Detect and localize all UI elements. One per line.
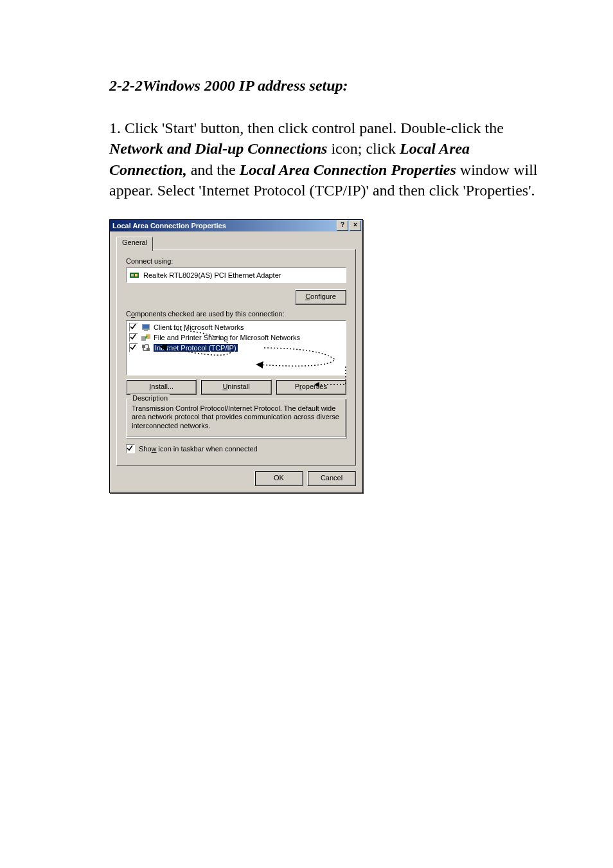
components-label: Components checked are used by this conn… (126, 310, 346, 318)
svg-rect-6 (141, 336, 146, 341)
uninstall-button[interactable]: Uninstall (200, 379, 271, 395)
description-group: Description Transmission Control Protoco… (126, 399, 346, 438)
svg-rect-8 (142, 345, 145, 348)
client-icon (141, 322, 151, 332)
description-text: Transmission Control Protocol/Internet P… (132, 404, 341, 431)
instruction-paragraph: 1. Click 'Start' button, then click cont… (109, 118, 544, 201)
adapter-field: Realtek RTL8029(AS) PCI Ethernet Adapter (126, 267, 346, 283)
checkbox[interactable] (129, 323, 138, 332)
list-item-label: File and Printer Sharing for Microsoft N… (154, 334, 300, 341)
connect-using-label: Connect using: (126, 257, 346, 265)
share-icon (141, 332, 151, 343)
list-item[interactable]: Client for Microsoft Networks (128, 322, 344, 332)
list-item-label: Internet Protocol (TCP/IP) (154, 344, 238, 352)
install-button[interactable]: Install... (126, 379, 197, 395)
show-icon-label: Show icon in taskbar when connected (139, 445, 258, 453)
nic-icon (129, 270, 139, 280)
svg-rect-5 (144, 330, 148, 331)
titlebar-title: Local Area Connection Properties (112, 222, 335, 230)
properties-button[interactable]: Properties (276, 379, 346, 395)
adapter-name: Realtek RTL8029(AS) PCI Ethernet Adapter (143, 271, 281, 279)
list-item[interactable]: Internet Protocol (TCP/IP) (128, 343, 344, 353)
svg-rect-1 (131, 274, 134, 276)
cancel-button[interactable]: Cancel (307, 471, 356, 486)
tab-panel-general: Connect using: Realtek RTL8029(AS) PCI E… (116, 249, 356, 466)
titlebar: Local Area Connection Properties ? × (110, 220, 362, 231)
configure-button[interactable]: Configure (295, 289, 346, 305)
titlebar-close-button[interactable]: × (350, 221, 361, 231)
list-item-label: Client for Microsoft Networks (154, 323, 244, 331)
components-listbox[interactable]: Client for Microsoft Networks File and P… (126, 320, 346, 375)
svg-rect-2 (135, 274, 138, 276)
tab-general[interactable]: General (116, 237, 153, 251)
checkbox[interactable] (129, 333, 138, 342)
dialog-local-area-connection-properties: Local Area Connection Properties ? × Gen… (109, 219, 363, 493)
checkbox[interactable] (129, 343, 138, 352)
section-heading: 2-2-2Windows 2000 IP address setup: (109, 77, 544, 95)
description-legend: Description (130, 394, 170, 402)
svg-rect-9 (147, 348, 150, 351)
show-icon-checkbox[interactable] (126, 444, 135, 453)
ok-button[interactable]: OK (254, 471, 303, 486)
list-item[interactable]: File and Printer Sharing for Microsoft N… (128, 332, 344, 343)
protocol-icon (141, 343, 151, 353)
titlebar-help-button[interactable]: ? (337, 221, 348, 231)
svg-rect-4 (143, 325, 149, 329)
